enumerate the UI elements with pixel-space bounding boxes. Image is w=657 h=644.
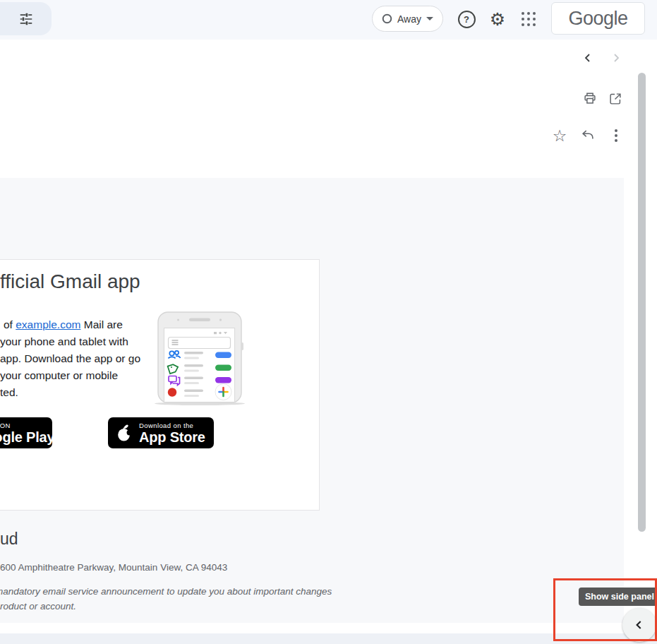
more-options-button[interactable]: [608, 127, 625, 144]
more-vert-icon: [615, 129, 617, 142]
disclaimer-line: mandatory email service announcement to …: [0, 584, 332, 599]
print-icon: [582, 91, 598, 107]
google-play-badge[interactable]: GET IT ON Google Play: [0, 417, 52, 448]
example-link[interactable]: example.com: [16, 318, 80, 330]
email-heading: fficial Gmail app: [0, 270, 140, 294]
open-in-new-icon: [608, 91, 623, 107]
print-button[interactable]: [581, 90, 598, 107]
google-account-box[interactable]: Google: [551, 2, 645, 35]
footer-disclaimer: mandatory email service announcement to …: [0, 584, 332, 614]
apps-grid-icon: [522, 12, 536, 26]
star-button[interactable]: ☆: [551, 127, 568, 144]
star-icon: ☆: [553, 128, 567, 144]
help-button[interactable]: ?: [457, 9, 476, 29]
chevron-left-icon: [633, 619, 646, 631]
paragraph-line: app. Download the app or go: [0, 350, 140, 367]
paragraph-line: ted.: [0, 384, 140, 401]
paragraph-line: your phone and tablet with: [0, 333, 140, 350]
phone-illustration: [152, 307, 254, 410]
google-play-name: Google Play: [0, 429, 54, 445]
paragraph-text: Mail are: [80, 318, 122, 330]
email-paragraph: of example.com Mail are your phone and t…: [0, 316, 140, 401]
reply-icon: [580, 128, 596, 143]
google-apps-button[interactable]: [519, 9, 538, 29]
footer-brand: ud: [0, 530, 18, 549]
settings-button[interactable]: ⚙: [488, 9, 507, 29]
older-conversation-button[interactable]: [608, 49, 625, 66]
search-options-button[interactable]: [0, 2, 52, 35]
gmail-window: Away ? ⚙ Google: [0, 0, 657, 644]
status-selector[interactable]: Away: [372, 6, 443, 32]
open-in-new-button[interactable]: [607, 90, 624, 107]
tune-icon: [18, 11, 34, 27]
chevron-left-icon: [582, 52, 593, 64]
paragraph-line: your computer or mobile: [0, 367, 140, 384]
show-side-panel-button[interactable]: [622, 608, 656, 642]
app-store-tagline: Download on the: [139, 422, 205, 429]
paragraph-text: of: [4, 318, 16, 330]
status-away-icon: [382, 13, 392, 24]
gear-icon: ⚙: [490, 11, 505, 28]
google-play-tagline: GET IT ON: [0, 422, 54, 429]
newer-conversation-button[interactable]: [579, 49, 596, 66]
disclaimer-line: roduct or account.: [0, 599, 332, 614]
help-icon: ?: [458, 11, 476, 28]
google-logo: Google: [568, 8, 627, 30]
app-store-name: App Store: [139, 429, 205, 445]
app-header: Away ? ⚙ Google: [0, 0, 657, 40]
paragraph-line: of example.com Mail are: [0, 316, 140, 333]
chevron-down-icon: [426, 17, 433, 20]
scrollbar-thumb[interactable]: [638, 73, 646, 532]
app-store-badge[interactable]: Download on the App Store: [108, 417, 214, 448]
status-label: Away: [397, 13, 421, 25]
apple-logo-icon: [115, 422, 133, 444]
reply-button[interactable]: [579, 127, 596, 144]
footer-address: 600 Amphitheatre Parkway, Mountain View,…: [0, 562, 227, 573]
chevron-right-icon: [610, 52, 622, 64]
show-side-panel-tooltip: Show side panel: [579, 588, 657, 606]
